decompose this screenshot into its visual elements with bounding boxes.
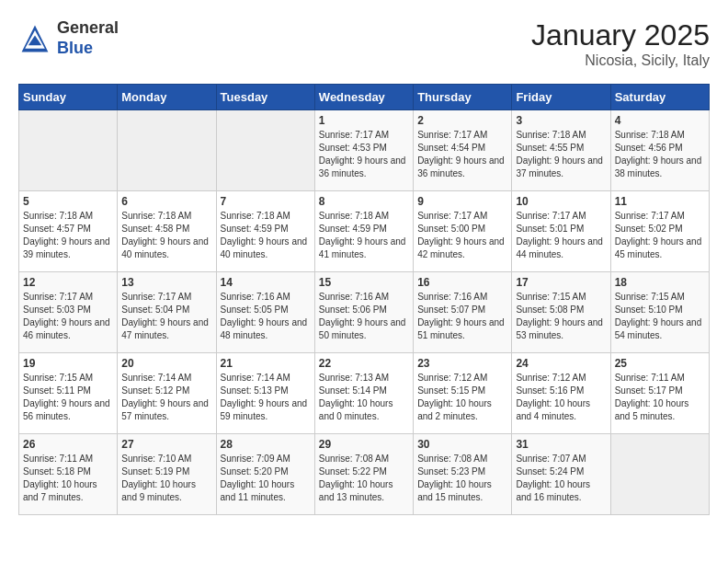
calendar-cell: 31Sunrise: 7:07 AM Sunset: 5:24 PM Dayli… [512, 434, 610, 515]
calendar-cell: 28Sunrise: 7:09 AM Sunset: 5:20 PM Dayli… [216, 434, 314, 515]
day-info: Sunrise: 7:15 AM Sunset: 5:11 PM Dayligh… [23, 372, 113, 423]
day-number: 27 [121, 438, 211, 451]
day-number: 13 [121, 276, 211, 289]
page-header: General Blue January 2025 Nicosia, Sicil… [18, 18, 710, 69]
day-info: Sunrise: 7:08 AM Sunset: 5:23 PM Dayligh… [417, 453, 507, 504]
calendar-cell: 14Sunrise: 7:16 AM Sunset: 5:05 PM Dayli… [216, 272, 314, 353]
logo-text: General Blue [57, 18, 119, 58]
day-number: 19 [23, 357, 113, 370]
day-number: 17 [516, 276, 606, 289]
day-info: Sunrise: 7:15 AM Sunset: 5:08 PM Dayligh… [516, 291, 606, 342]
calendar-cell: 29Sunrise: 7:08 AM Sunset: 5:22 PM Dayli… [314, 434, 413, 515]
calendar-cell [610, 434, 709, 515]
day-info: Sunrise: 7:11 AM Sunset: 5:17 PM Dayligh… [615, 372, 705, 423]
day-number: 31 [516, 438, 606, 451]
day-info: Sunrise: 7:07 AM Sunset: 5:24 PM Dayligh… [516, 453, 606, 504]
column-header-sunday: Sunday [19, 85, 118, 110]
calendar-week-row: 26Sunrise: 7:11 AM Sunset: 5:18 PM Dayli… [19, 434, 710, 515]
day-info: Sunrise: 7:18 AM Sunset: 4:55 PM Dayligh… [516, 129, 606, 180]
calendar-title: January 2025 [531, 18, 710, 52]
calendar-cell: 19Sunrise: 7:15 AM Sunset: 5:11 PM Dayli… [19, 353, 118, 434]
day-number: 29 [319, 438, 409, 451]
day-info: Sunrise: 7:17 AM Sunset: 5:02 PM Dayligh… [615, 210, 705, 261]
day-info: Sunrise: 7:15 AM Sunset: 5:10 PM Dayligh… [615, 291, 705, 342]
calendar-cell: 17Sunrise: 7:15 AM Sunset: 5:08 PM Dayli… [512, 272, 610, 353]
calendar-cell [216, 110, 314, 191]
calendar-cell: 12Sunrise: 7:17 AM Sunset: 5:03 PM Dayli… [19, 272, 118, 353]
day-info: Sunrise: 7:12 AM Sunset: 5:15 PM Dayligh… [417, 372, 507, 423]
day-number: 6 [121, 195, 211, 208]
day-number: 14 [221, 276, 311, 289]
calendar-cell: 18Sunrise: 7:15 AM Sunset: 5:10 PM Dayli… [610, 272, 709, 353]
calendar-header-row: SundayMondayTuesdayWednesdayThursdayFrid… [19, 85, 710, 110]
day-number: 11 [615, 195, 705, 208]
day-number: 8 [319, 195, 409, 208]
day-info: Sunrise: 7:17 AM Sunset: 5:03 PM Dayligh… [23, 291, 113, 342]
day-info: Sunrise: 7:18 AM Sunset: 4:57 PM Dayligh… [23, 210, 113, 261]
calendar-cell: 10Sunrise: 7:17 AM Sunset: 5:01 PM Dayli… [512, 191, 610, 272]
calendar-cell: 3Sunrise: 7:18 AM Sunset: 4:55 PM Daylig… [512, 110, 610, 191]
column-header-friday: Friday [512, 85, 610, 110]
logo: General Blue [18, 18, 119, 58]
calendar-week-row: 12Sunrise: 7:17 AM Sunset: 5:03 PM Dayli… [19, 272, 710, 353]
day-info: Sunrise: 7:18 AM Sunset: 4:59 PM Dayligh… [221, 210, 311, 261]
calendar-cell: 1Sunrise: 7:17 AM Sunset: 4:53 PM Daylig… [314, 110, 413, 191]
calendar-cell: 30Sunrise: 7:08 AM Sunset: 5:23 PM Dayli… [414, 434, 512, 515]
calendar-table: SundayMondayTuesdayWednesdayThursdayFrid… [18, 84, 710, 515]
day-number: 16 [417, 276, 507, 289]
day-info: Sunrise: 7:17 AM Sunset: 4:53 PM Dayligh… [319, 129, 409, 180]
day-info: Sunrise: 7:16 AM Sunset: 5:06 PM Dayligh… [319, 291, 409, 342]
day-number: 15 [319, 276, 409, 289]
column-header-tuesday: Tuesday [216, 85, 314, 110]
column-header-saturday: Saturday [610, 85, 709, 110]
day-number: 18 [615, 276, 705, 289]
calendar-cell: 15Sunrise: 7:16 AM Sunset: 5:06 PM Dayli… [314, 272, 413, 353]
calendar-cell: 21Sunrise: 7:14 AM Sunset: 5:13 PM Dayli… [216, 353, 314, 434]
day-number: 21 [221, 357, 311, 370]
day-number: 25 [615, 357, 705, 370]
calendar-cell: 6Sunrise: 7:18 AM Sunset: 4:58 PM Daylig… [118, 191, 216, 272]
calendar-cell: 24Sunrise: 7:12 AM Sunset: 5:16 PM Dayli… [512, 353, 610, 434]
day-number: 1 [319, 114, 409, 127]
day-info: Sunrise: 7:08 AM Sunset: 5:22 PM Dayligh… [319, 453, 409, 504]
calendar-cell: 2Sunrise: 7:17 AM Sunset: 4:54 PM Daylig… [414, 110, 512, 191]
day-info: Sunrise: 7:13 AM Sunset: 5:14 PM Dayligh… [319, 372, 409, 423]
calendar-cell: 23Sunrise: 7:12 AM Sunset: 5:15 PM Dayli… [414, 353, 512, 434]
calendar-cell: 16Sunrise: 7:16 AM Sunset: 5:07 PM Dayli… [414, 272, 512, 353]
day-number: 24 [516, 357, 606, 370]
day-number: 26 [23, 438, 113, 451]
day-info: Sunrise: 7:12 AM Sunset: 5:16 PM Dayligh… [516, 372, 606, 423]
calendar-subtitle: Nicosia, Sicily, Italy [531, 52, 710, 69]
day-number: 28 [221, 438, 311, 451]
column-header-monday: Monday [118, 85, 216, 110]
day-number: 4 [615, 114, 705, 127]
calendar-cell: 7Sunrise: 7:18 AM Sunset: 4:59 PM Daylig… [216, 191, 314, 272]
day-info: Sunrise: 7:16 AM Sunset: 5:07 PM Dayligh… [417, 291, 507, 342]
calendar-cell: 5Sunrise: 7:18 AM Sunset: 4:57 PM Daylig… [19, 191, 118, 272]
day-number: 7 [221, 195, 311, 208]
calendar-cell: 27Sunrise: 7:10 AM Sunset: 5:19 PM Dayli… [118, 434, 216, 515]
calendar-cell: 20Sunrise: 7:14 AM Sunset: 5:12 PM Dayli… [118, 353, 216, 434]
day-number: 3 [516, 114, 606, 127]
calendar-cell: 26Sunrise: 7:11 AM Sunset: 5:18 PM Dayli… [19, 434, 118, 515]
day-number: 2 [417, 114, 507, 127]
day-info: Sunrise: 7:17 AM Sunset: 4:54 PM Dayligh… [417, 129, 507, 180]
day-info: Sunrise: 7:10 AM Sunset: 5:19 PM Dayligh… [121, 453, 211, 504]
day-info: Sunrise: 7:14 AM Sunset: 5:12 PM Dayligh… [121, 372, 211, 423]
day-info: Sunrise: 7:18 AM Sunset: 4:56 PM Dayligh… [615, 129, 705, 180]
day-number: 9 [417, 195, 507, 208]
day-info: Sunrise: 7:17 AM Sunset: 5:00 PM Dayligh… [417, 210, 507, 261]
day-info: Sunrise: 7:17 AM Sunset: 5:04 PM Dayligh… [121, 291, 211, 342]
logo-icon [18, 22, 51, 55]
calendar-cell [118, 110, 216, 191]
day-info: Sunrise: 7:14 AM Sunset: 5:13 PM Dayligh… [221, 372, 311, 423]
day-info: Sunrise: 7:18 AM Sunset: 4:58 PM Dayligh… [121, 210, 211, 261]
day-number: 30 [417, 438, 507, 451]
title-block: January 2025 Nicosia, Sicily, Italy [531, 18, 710, 69]
day-number: 5 [23, 195, 113, 208]
day-info: Sunrise: 7:16 AM Sunset: 5:05 PM Dayligh… [221, 291, 311, 342]
calendar-cell: 25Sunrise: 7:11 AM Sunset: 5:17 PM Dayli… [610, 353, 709, 434]
column-header-wednesday: Wednesday [314, 85, 413, 110]
calendar-cell: 9Sunrise: 7:17 AM Sunset: 5:00 PM Daylig… [414, 191, 512, 272]
day-number: 10 [516, 195, 606, 208]
